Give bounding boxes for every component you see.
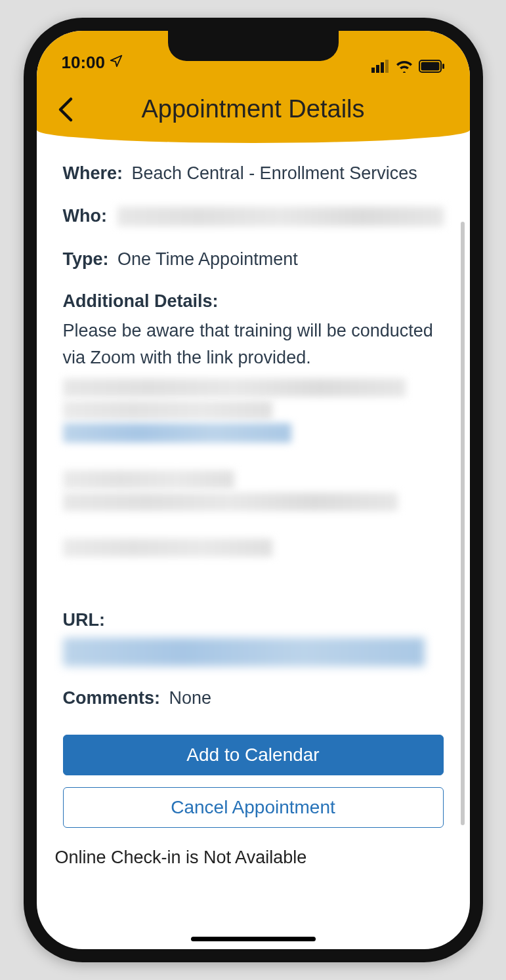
action-buttons: Add to Calendar Cancel Appointment [63, 735, 444, 828]
checkin-status-text: Online Check-in is Not Available [55, 847, 444, 868]
location-arrow-icon [109, 54, 123, 72]
status-time: 10:00 [62, 52, 106, 73]
additional-details-label: Additional Details: [63, 288, 440, 315]
cellular-icon [371, 60, 390, 73]
battery-icon [419, 60, 445, 73]
comments-value: None [169, 688, 212, 708]
svg-rect-2 [381, 62, 384, 73]
page-title: Appointment Details [77, 95, 429, 123]
url-label: URL: [63, 610, 105, 630]
svg-rect-3 [385, 60, 389, 73]
wifi-icon [395, 60, 413, 73]
type-field: Type: One Time Appointment [63, 246, 444, 273]
url-field: URL: [63, 607, 444, 634]
scrollbar[interactable] [461, 222, 465, 825]
phone-screen: 10:00 Appointment Detai [37, 31, 470, 949]
redacted-text [63, 539, 272, 557]
status-left: 10:00 [62, 52, 124, 73]
redacted-text [117, 207, 444, 226]
svg-rect-5 [421, 62, 439, 71]
type-label: Type: [63, 249, 109, 269]
additional-details-field: Additional Details: Please be aware that… [63, 288, 444, 372]
content-area[interactable]: Where: Beach Central - Enrollment Servic… [37, 143, 470, 949]
who-field: Who: [63, 203, 444, 230]
svg-rect-1 [376, 65, 379, 73]
notch [168, 31, 339, 61]
redacted-link [63, 423, 291, 443]
type-value: One Time Appointment [117, 249, 298, 269]
cancel-appointment-button[interactable]: Cancel Appointment [63, 787, 444, 828]
nav-bar: Appointment Details [37, 77, 470, 143]
add-to-calendar-button[interactable]: Add to Calendar [63, 735, 444, 775]
redacted-text [63, 493, 398, 511]
redacted-text [63, 378, 406, 397]
comments-field: Comments: None [63, 685, 444, 712]
svg-rect-0 [371, 68, 375, 73]
additional-details-text: Please be aware that training will be co… [63, 317, 444, 373]
phone-frame: 10:00 Appointment Detai [24, 18, 483, 962]
redacted-text [63, 470, 234, 489]
redacted-text [63, 401, 272, 419]
back-button[interactable] [53, 97, 77, 122]
comments-label: Comments: [63, 688, 161, 708]
redacted-url[interactable] [63, 638, 425, 666]
where-field: Where: Beach Central - Enrollment Servic… [63, 160, 444, 187]
status-right [371, 60, 445, 73]
svg-rect-6 [442, 64, 444, 69]
where-label: Where: [63, 163, 123, 183]
home-indicator[interactable] [191, 937, 316, 941]
who-label: Who: [63, 203, 107, 230]
where-value: Beach Central - Enrollment Services [132, 163, 417, 183]
chevron-left-icon [56, 96, 74, 123]
